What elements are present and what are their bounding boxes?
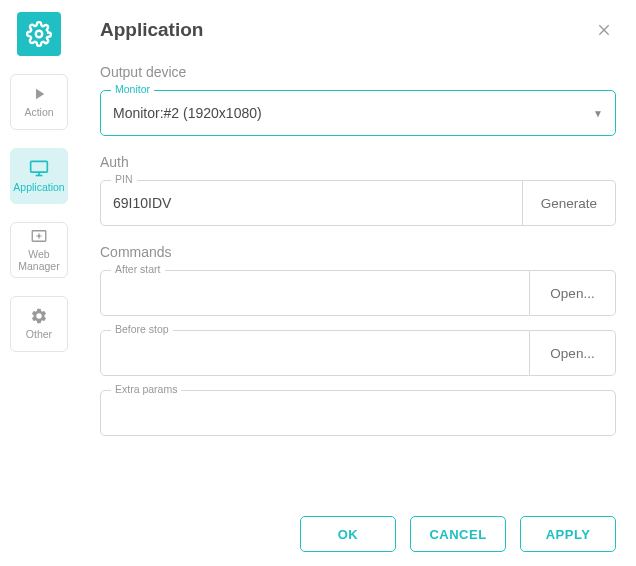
monitor-legend: Monitor bbox=[111, 83, 154, 95]
before-stop-open-button[interactable]: Open... bbox=[530, 330, 616, 376]
after-start-input[interactable] bbox=[113, 285, 517, 301]
commands-label: Commands bbox=[100, 244, 616, 260]
svg-point-5 bbox=[37, 235, 40, 238]
close-icon bbox=[596, 22, 612, 38]
monitor-icon bbox=[29, 158, 49, 178]
pin-input[interactable] bbox=[113, 195, 510, 211]
extra-params-input[interactable] bbox=[113, 405, 603, 421]
nav-label: Other bbox=[26, 329, 52, 341]
web-icon bbox=[30, 227, 48, 245]
gear-icon bbox=[30, 307, 48, 325]
pin-field[interactable]: PIN bbox=[100, 180, 523, 226]
svg-point-0 bbox=[36, 31, 43, 38]
nav-label: Action bbox=[24, 107, 53, 119]
after-start-open-button[interactable]: Open... bbox=[530, 270, 616, 316]
cancel-button[interactable]: CANCEL bbox=[410, 516, 506, 552]
sidebar: Action Application Web Manager Other bbox=[0, 0, 78, 566]
auth-section: Auth PIN Generate bbox=[100, 154, 616, 226]
output-device-section: Output device Monitor Monitor:#2 (1920x1… bbox=[100, 64, 616, 136]
apply-button[interactable]: APPLY bbox=[520, 516, 616, 552]
nav-label: Web Manager bbox=[11, 249, 67, 272]
before-stop-field[interactable]: Before stop bbox=[100, 330, 530, 376]
svg-rect-1 bbox=[31, 162, 48, 173]
header: Application bbox=[100, 18, 616, 42]
before-stop-legend: Before stop bbox=[111, 323, 173, 335]
sidebar-item-web-manager[interactable]: Web Manager bbox=[10, 222, 68, 278]
output-device-label: Output device bbox=[100, 64, 616, 80]
main-panel: Application Output device Monitor Monito… bbox=[78, 0, 636, 566]
play-icon bbox=[30, 85, 48, 103]
chevron-down-icon: ▼ bbox=[593, 108, 603, 119]
gear-logo-icon bbox=[26, 21, 52, 47]
generate-button[interactable]: Generate bbox=[523, 180, 616, 226]
pin-legend: PIN bbox=[111, 173, 137, 185]
sidebar-item-action[interactable]: Action bbox=[10, 74, 68, 130]
ok-button[interactable]: OK bbox=[300, 516, 396, 552]
nav-label: Application bbox=[13, 182, 64, 194]
sidebar-item-application[interactable]: Application bbox=[10, 148, 68, 204]
monitor-select[interactable]: Monitor Monitor:#2 (1920x1080) ▼ bbox=[100, 90, 616, 136]
close-button[interactable] bbox=[592, 18, 616, 42]
extra-params-field[interactable]: Extra params bbox=[100, 390, 616, 436]
sidebar-item-other[interactable]: Other bbox=[10, 296, 68, 352]
app-logo bbox=[17, 12, 61, 56]
auth-label: Auth bbox=[100, 154, 616, 170]
footer: OK CANCEL APPLY bbox=[100, 502, 616, 552]
after-start-field[interactable]: After start bbox=[100, 270, 530, 316]
monitor-value: Monitor:#2 (1920x1080) bbox=[113, 105, 593, 121]
before-stop-input[interactable] bbox=[113, 345, 517, 361]
extra-params-legend: Extra params bbox=[111, 383, 181, 395]
after-start-legend: After start bbox=[111, 263, 165, 275]
commands-section: Commands After start Open... Before stop… bbox=[100, 244, 616, 436]
page-title: Application bbox=[100, 19, 203, 41]
